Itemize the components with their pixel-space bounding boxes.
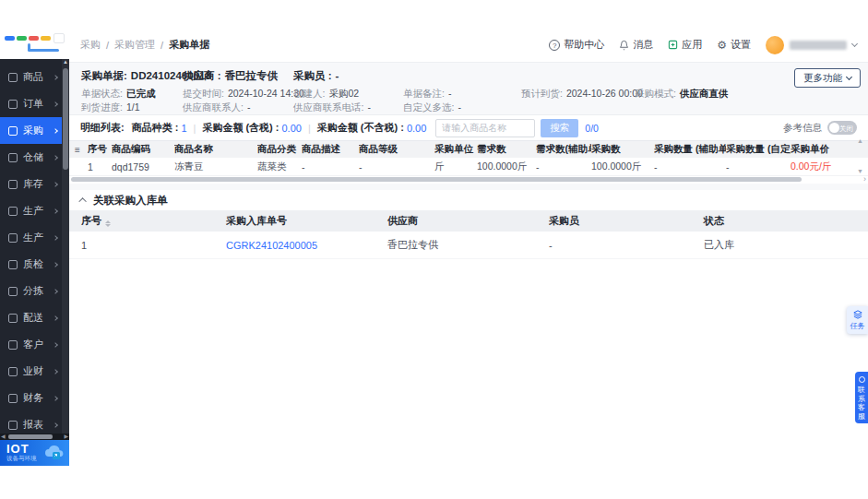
help-icon: ?	[549, 40, 560, 51]
col-header: 采购单价	[791, 143, 864, 156]
breadcrumb-current: 采购单据	[169, 38, 209, 52]
detail-toolbar: 明细列表: 商品种类 : 1 | 采购金额 (含税) : 0.00 | 采购金额…	[69, 115, 868, 140]
field-remark: 单据备注:-	[403, 88, 451, 101]
field-buyer: 采购员 :-	[293, 69, 339, 83]
sidebar-item-label: 生产	[23, 204, 43, 218]
sidebar-item-label: 客户	[23, 338, 43, 351]
cell-demand-aux: -	[536, 161, 591, 172]
sidebar-item-business-finance[interactable]: 业财	[0, 358, 62, 385]
apps-label: 应用	[682, 38, 702, 52]
cloud-icon	[43, 445, 65, 460]
col-header: 商品编码	[112, 143, 174, 156]
messages-button[interactable]: 消息	[619, 38, 653, 52]
sidebar-item-warehouse[interactable]: 仓储	[0, 144, 62, 171]
settings-button[interactable]: ⚙ 设置	[717, 38, 751, 52]
cell-description: -	[302, 161, 359, 172]
layers-icon	[853, 310, 862, 319]
cell-seq: 1	[81, 240, 226, 251]
sidebar-item-finance[interactable]: 财务	[0, 385, 62, 411]
user-name-redacted	[790, 41, 847, 50]
scroll-right-icon[interactable]: ›	[863, 174, 866, 184]
search-input[interactable]	[435, 119, 535, 137]
stat-label: 采购金额 (不含税) :	[317, 121, 404, 135]
separator: |	[194, 123, 196, 134]
tasks-floating-button[interactable]: 任务	[847, 306, 868, 334]
col-header: 供应商	[387, 214, 549, 228]
sidebar-item-production-1[interactable]: 生产	[0, 197, 62, 224]
sidebar-hscrollbar[interactable]: ◀ ▶	[0, 434, 69, 440]
inventory-icon	[8, 180, 18, 189]
scroll-up-icon[interactable]: ▲	[857, 137, 863, 144]
linked-inbound-section-header[interactable]: 关联采购入库单	[69, 190, 868, 210]
sidebar-item-label: 配送	[23, 311, 43, 325]
production-icon	[8, 233, 18, 243]
inbound-order-link[interactable]: CGRK24102400005	[226, 240, 387, 251]
iot-footer-banner[interactable]: IOT 设备与环境	[0, 440, 69, 466]
brand-logo-bars	[5, 36, 51, 41]
col-header-seq: 序号	[81, 214, 226, 228]
cell-category: 蔬菜类	[257, 160, 302, 173]
search-button[interactable]: 搜索	[541, 119, 578, 137]
sidebar-item-qc[interactable]: 质检	[0, 251, 62, 278]
collapse-caret-icon[interactable]	[78, 197, 86, 205]
sidebar-item-goods[interactable]: 商品	[0, 64, 62, 90]
reference-label: 参考信息	[783, 122, 822, 135]
field-supplier-phone: 供应商联系电话:-	[293, 101, 371, 114]
col-header: 商品名称	[174, 143, 257, 156]
table-row[interactable]: 1 dqd1759 冻青豆 蔬菜类 - - 斤 100.0000斤 - 100.…	[69, 158, 868, 176]
reference-toggle[interactable]: 关闭	[827, 121, 857, 135]
cell-demand-qty: 100.0000斤	[477, 160, 536, 173]
sidebar-hscroll-thumb[interactable]	[8, 434, 53, 439]
chevron-right-icon	[53, 155, 58, 160]
sidebar-item-inventory[interactable]: 库存	[0, 171, 62, 197]
contact-service-tab[interactable]: 联系客服	[855, 372, 868, 423]
sort-icon[interactable]	[105, 220, 111, 227]
detail-table-hscrollbar[interactable]: ›	[69, 176, 868, 184]
section-title: 关联采购入库单	[93, 194, 168, 208]
scroll-up-icon[interactable]: ▲	[62, 59, 69, 65]
scroll-down-icon[interactable]: ▼	[857, 168, 863, 174]
sidebar-item-customers[interactable]: 客户	[0, 331, 62, 358]
toggle-knob	[829, 123, 839, 133]
table-row[interactable]: 1 CGRK24102400005 香巴拉专供 - 已入库	[69, 232, 868, 259]
gear-icon: ⚙	[717, 40, 727, 51]
tasks-label: 任务	[850, 321, 865, 331]
sidebar-item-delivery[interactable]: 配送	[0, 304, 62, 331]
col-header: 状态	[704, 214, 868, 228]
sidebar-scrollbar[interactable]: ▲	[62, 59, 69, 440]
chevron-right-icon	[53, 369, 58, 374]
chevron-right-icon	[53, 235, 58, 241]
field-custom-multi: 自定义多选:-	[403, 101, 461, 114]
chevron-right-icon	[53, 422, 58, 428]
scroll-left-icon[interactable]: ◀	[1, 433, 6, 439]
scroll-right-icon[interactable]: ▶	[64, 433, 68, 439]
app-window: 采购 / 采购管理 / 采购单据 ? 帮助中心 消息 应用 ⚙ 设置	[0, 0, 868, 499]
cell-grade: -	[359, 161, 434, 172]
chevron-right-icon	[53, 101, 58, 107]
sidebar-item-label: 质检	[23, 257, 43, 271]
sidebar-scroll-thumb[interactable]	[63, 68, 68, 170]
qc-icon	[8, 260, 18, 269]
more-functions-button[interactable]: 更多功能	[794, 68, 861, 88]
field-status: 单据状态:已完成	[81, 88, 155, 101]
cell-purchase-aux: -	[654, 161, 726, 172]
breadcrumb-item[interactable]: 采购管理	[114, 38, 155, 52]
settings-label: 设置	[731, 38, 751, 52]
user-menu[interactable]	[766, 36, 857, 54]
sidebar-item-orders[interactable]: 订单	[0, 90, 62, 117]
cell-purchase-custom: -	[726, 161, 791, 172]
avatar[interactable]	[766, 36, 784, 54]
help-center-button[interactable]: ? 帮助中心	[549, 38, 604, 52]
sidebar-item-procurement[interactable]: 采购	[0, 117, 62, 144]
sidebar-item-sorting[interactable]: 分拣	[0, 278, 62, 304]
sidebar-item-production-2[interactable]: 生产	[0, 224, 62, 251]
chevron-right-icon	[53, 128, 58, 134]
column-settings-icon[interactable]: ≡	[69, 145, 88, 155]
breadcrumb-item[interactable]: 采购	[80, 38, 101, 52]
reports-icon	[8, 421, 18, 430]
order-info-panel: 采购单据:DD24102400013 供应商 :香巴拉专供 采购员 :- 单据状…	[69, 63, 868, 115]
business-finance-icon	[8, 367, 18, 376]
hscroll-thumb[interactable]	[71, 177, 802, 182]
cell-supplier: 香巴拉专供	[387, 238, 549, 252]
apps-button[interactable]: 应用	[668, 38, 702, 52]
